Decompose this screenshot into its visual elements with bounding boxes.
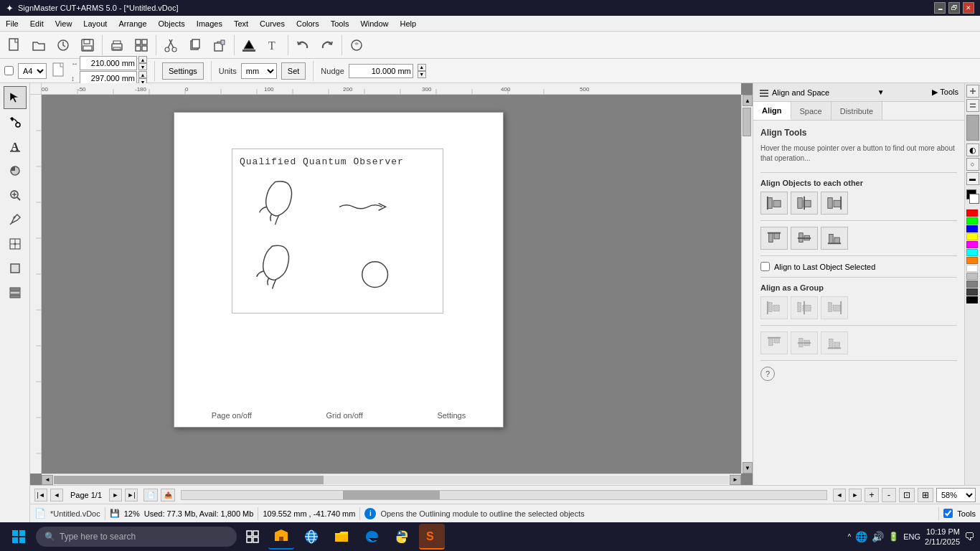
assistant-button[interactable]	[345, 34, 368, 57]
color-white[interactable]	[966, 265, 978, 272]
scroll-left-btn[interactable]: ◄	[42, 475, 53, 485]
settings-page-label[interactable]: Settings	[437, 411, 466, 420]
page-export-btn[interactable]: 📤	[161, 489, 175, 501]
group-align-bottom-btn[interactable]	[821, 331, 848, 354]
align-center-h-btn[interactable]	[791, 192, 818, 215]
menu-colors[interactable]: Colors	[291, 18, 325, 29]
nudge-input[interactable]	[349, 64, 413, 78]
panel-dropdown-icon[interactable]: ▼	[877, 88, 885, 96]
language-indicator[interactable]: ENG	[903, 532, 920, 541]
zoom-tool-btn[interactable]	[4, 184, 27, 207]
far-right-btn-1[interactable]	[966, 85, 979, 98]
open-button[interactable]	[27, 34, 50, 57]
scroll-up-btn[interactable]: ▲	[743, 95, 753, 106]
fill-button[interactable]	[237, 34, 260, 57]
menu-edit[interactable]: Edit	[24, 18, 50, 29]
text-tool-btn[interactable]: A	[4, 135, 27, 158]
tools-checkbox[interactable]	[943, 509, 953, 518]
page-first-btn[interactable]: |◄	[34, 489, 47, 501]
width-down[interactable]: ▼	[138, 63, 147, 70]
pen-tool-btn[interactable]	[4, 208, 27, 231]
view-button[interactable]	[130, 34, 153, 57]
zoom-in-btn[interactable]: -	[882, 488, 896, 502]
tab-space[interactable]: Space	[791, 102, 831, 120]
scroll-thumb-v[interactable]	[743, 108, 751, 136]
select-tool-btn[interactable]	[4, 86, 27, 109]
page-on-off-label[interactable]: Page on/off	[212, 411, 252, 420]
zoom-select[interactable]: 58%	[936, 488, 976, 502]
redo-button[interactable]	[316, 34, 339, 57]
align-top-btn[interactable]	[760, 227, 788, 250]
recent-button[interactable]	[52, 34, 75, 57]
mesh-tool-btn[interactable]	[4, 232, 27, 255]
scroll-track-h[interactable]	[54, 476, 729, 484]
menu-tools[interactable]: Tools	[325, 18, 355, 29]
page-prev-btn[interactable]: ◄	[50, 489, 63, 501]
page-last-btn[interactable]: ►|	[125, 489, 138, 501]
taskbar-app-explorer[interactable]	[268, 524, 294, 550]
color-silver[interactable]	[966, 273, 978, 280]
volume-icon[interactable]: 🔊	[872, 531, 884, 542]
settings-button[interactable]: Settings	[162, 62, 204, 80]
taskbar-app-files[interactable]	[329, 524, 354, 550]
print-button[interactable]	[105, 34, 128, 57]
zoom-fit-btn[interactable]: ⊡	[899, 488, 915, 502]
menu-layout[interactable]: Layout	[77, 18, 113, 29]
menu-images[interactable]: Images	[191, 18, 228, 29]
h-scrollbar-track[interactable]	[181, 490, 827, 500]
task-view-button[interactable]	[241, 525, 264, 548]
cut-button[interactable]	[159, 34, 182, 57]
align-right-btn[interactable]	[821, 192, 848, 215]
align-left-top-btn[interactable]	[760, 192, 788, 215]
far-right-btn-2[interactable]	[966, 99, 979, 112]
network-icon[interactable]: 🌐	[855, 531, 867, 542]
menu-curves[interactable]: Curves	[254, 18, 291, 29]
align-bottom-btn[interactable]	[821, 227, 848, 250]
y-color-box[interactable]	[969, 194, 979, 204]
menu-text[interactable]: Text	[228, 18, 254, 29]
tools-panel-label[interactable]: ▶ Tools	[932, 88, 958, 97]
color-darkgray[interactable]	[966, 288, 978, 296]
color-magenta[interactable]	[966, 241, 978, 248]
group-align-top-btn[interactable]	[760, 331, 788, 354]
units-select[interactable]: mm	[241, 63, 277, 79]
page-doc-btn[interactable]: 📄	[143, 489, 158, 501]
far-right-btn-3[interactable]: ◐	[966, 143, 979, 156]
set-button[interactable]: Set	[281, 62, 306, 80]
tab-align[interactable]: Align	[753, 102, 791, 120]
menu-objects[interactable]: Objects	[153, 18, 191, 29]
canvas-bg[interactable]: 00 -50 -180 0 100 200 300 400 500	[30, 83, 753, 485]
scroll-thumb-h[interactable]	[54, 476, 324, 484]
menu-view[interactable]: View	[50, 18, 78, 29]
far-right-btn-5[interactable]: ▬	[966, 172, 979, 185]
search-bar[interactable]: 🔍 Type here to search	[36, 527, 237, 547]
color-gray[interactable]	[966, 281, 978, 288]
help-button[interactable]: ?	[760, 367, 775, 381]
close-button[interactable]: ✕	[963, 2, 974, 14]
page-size-checkbox[interactable]	[4, 66, 14, 75]
taskbar-app-python[interactable]	[389, 524, 415, 550]
nudge-up[interactable]: ▲	[418, 64, 426, 71]
nudge-down[interactable]: ▼	[418, 71, 426, 78]
menu-window[interactable]: Window	[354, 18, 394, 29]
taskbar-app-edge[interactable]	[359, 524, 385, 550]
color-blue[interactable]	[966, 225, 978, 232]
taskbar-app-signmaster[interactable]: S	[419, 524, 445, 550]
battery-icon[interactable]: 🔋	[888, 532, 899, 542]
width-input[interactable]	[80, 56, 137, 70]
crop-tool-btn[interactable]	[4, 257, 27, 280]
maximize-button[interactable]: 🗗	[948, 2, 960, 14]
notification-btn[interactable]: 🗨	[964, 531, 974, 542]
zoom-out-btn[interactable]: +	[864, 488, 879, 502]
strip-tool-btn[interactable]	[4, 281, 27, 304]
menu-help[interactable]: Help	[395, 18, 423, 29]
minimize-button[interactable]: 🗕	[934, 2, 946, 14]
tray-chevron[interactable]: ^	[848, 533, 852, 541]
new-button[interactable]	[3, 34, 26, 57]
color-slider-thumb[interactable]	[966, 115, 979, 141]
text-tool-tb[interactable]: T	[262, 34, 285, 57]
copy-button[interactable]	[184, 34, 207, 57]
taskbar-app-browser[interactable]	[298, 524, 324, 550]
shape-tool-btn[interactable]	[4, 159, 27, 182]
save-button[interactable]	[76, 34, 99, 57]
